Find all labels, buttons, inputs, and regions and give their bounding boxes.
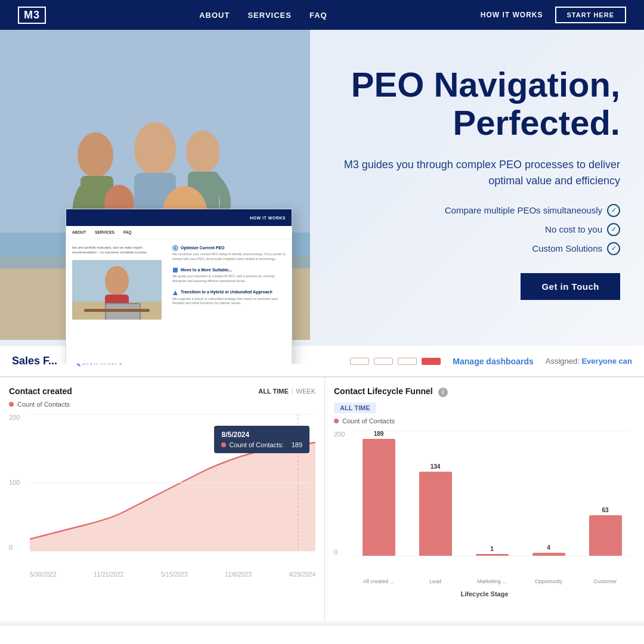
ss-left: lies are carefully evaluated, and we mak… xyxy=(72,245,168,320)
legend-label-right: Count of Contacts xyxy=(342,417,395,425)
tooltip: 8/5/2024 Count of Contacts: 189 xyxy=(214,426,309,453)
svg-point-3 xyxy=(134,122,176,176)
bar-value-1: 189 xyxy=(374,431,384,437)
y-100: 100 xyxy=(9,479,27,486)
time-badge[interactable]: ALL TIME xyxy=(334,402,376,413)
svg-point-15 xyxy=(105,266,129,296)
bar-grid-bottom xyxy=(355,556,629,556)
bar-value-3: 1 xyxy=(490,546,494,552)
bar-2 xyxy=(419,472,452,556)
grid-line-top xyxy=(30,414,315,414)
filter-btn-3[interactable] xyxy=(398,358,417,365)
chart-left-title: Contact created xyxy=(9,386,72,396)
chart-right-header: Contact Lifecycle Funnel i xyxy=(334,386,635,397)
bar-1 xyxy=(363,439,395,556)
ss-navbar: HOW IT WORKS xyxy=(66,209,292,226)
bar-value-2: 134 xyxy=(431,463,441,470)
info-icon: i xyxy=(438,388,448,397)
site-screenshot-overlay: HOW IT WORKS ABOUT SERVICES FAQ lies are… xyxy=(66,209,292,364)
feature-3-text: Custom Solutions xyxy=(532,243,602,253)
filter-btn-2[interactable] xyxy=(374,358,393,365)
hero-content: PEO Navigation, Perfected. M3 guides you… xyxy=(334,66,620,300)
time-week[interactable]: WEEK xyxy=(296,388,315,395)
feature-2: No cost to you ✓ xyxy=(334,223,620,236)
legend-dot-left xyxy=(9,402,14,407)
bar-value-5: 63 xyxy=(602,507,608,513)
time-badge-container: ALL TIME xyxy=(334,402,635,413)
tooltip-value: Count of Contacts: 189 xyxy=(221,441,302,448)
svg-marker-23 xyxy=(173,290,178,295)
chart-left-legend: Count of Contacts xyxy=(9,401,315,408)
ss-sub-services: SERVICES xyxy=(95,230,114,234)
svg-point-21 xyxy=(174,247,177,249)
svg-point-5 xyxy=(78,132,113,178)
logo: M3 xyxy=(18,7,46,24)
chart-left-header: Contact created ALL TIME | WEEK xyxy=(9,386,315,396)
time-all[interactable]: ALL TIME xyxy=(258,388,289,395)
filter-btn-4[interactable] xyxy=(422,358,441,365)
check-icon-3: ✓ xyxy=(607,242,620,255)
x-axis-title: Lifecycle Stage xyxy=(460,590,508,597)
filter-buttons xyxy=(350,358,441,365)
grid-line-bottom xyxy=(30,551,315,552)
assigned-label: Assigned: Everyone can xyxy=(546,357,632,366)
hero-section: PEO Navigation, Perfected. M3 guides you… xyxy=(0,30,644,364)
svg-point-7 xyxy=(186,131,219,174)
bar-y-0: 0 xyxy=(334,549,352,556)
ss-service-3: Transition to a Hybrid or Unbundled Appr… xyxy=(172,290,286,306)
nav-how-it-works[interactable]: HOW IT WORKS xyxy=(481,11,543,19)
nav-faq[interactable]: FAQ xyxy=(309,11,327,20)
bar-group-5: 63 xyxy=(581,431,629,556)
time-separator: | xyxy=(292,388,293,395)
check-icon-1: ✓ xyxy=(607,204,620,217)
tooltip-label: Count of Contacts: xyxy=(229,441,283,448)
ss-image xyxy=(72,260,162,320)
manage-dashboards-link[interactable]: Manage dashboards xyxy=(453,357,533,366)
chart-right-title: Contact Lifecycle Funnel i xyxy=(334,386,448,397)
bar-group-1: 189 xyxy=(355,431,402,556)
navbar: M3 ABOUT SERVICES FAQ HOW IT WORKS START… xyxy=(0,0,644,30)
start-here-button[interactable]: START HERE xyxy=(555,7,626,23)
legend-label-left: Count of Contacts xyxy=(17,401,70,408)
tooltip-number: 189 xyxy=(292,441,302,448)
x-label-3: 5/15/2023 xyxy=(161,571,188,578)
hero-subtitle: M3 guides you through complex PEO proces… xyxy=(334,157,620,189)
ss-left-text: lies are carefully evaluated, and we mak… xyxy=(72,245,168,255)
bar-y-labels: 200 0 xyxy=(334,431,352,556)
ss-service-2: Move to a More Suitable... We guide your… xyxy=(172,267,286,283)
bar-x-label-3: Marketing ... xyxy=(468,578,516,586)
bar-x-label-5: Customer xyxy=(581,578,629,586)
filter-btn-1[interactable] xyxy=(350,358,369,365)
bar-x-label-2: Lead xyxy=(411,578,459,586)
feature-2-text: No cost to you xyxy=(545,224,602,234)
nav-about[interactable]: ABOUT xyxy=(199,11,230,20)
y-200: 200 xyxy=(9,414,27,421)
ss-content: lies are carefully evaluated, and we mak… xyxy=(66,239,292,326)
bar-y-200: 200 xyxy=(334,431,352,438)
nav-links: ABOUT SERVICES FAQ xyxy=(199,11,327,20)
bar-3 xyxy=(476,554,509,555)
hero-title-line2: Perfected. xyxy=(453,103,620,142)
dashboard-section: Sales F... + Quick filters Manage dashbo… xyxy=(0,346,644,626)
bar-group-4: 4 xyxy=(525,431,572,556)
feature-1-text: Compare multiple PEOs simultaneously xyxy=(445,205,602,215)
ss-service-1-desc: We scrutinize your current PEO setup to … xyxy=(172,252,286,261)
chart-right-legend: Count of Contacts xyxy=(334,417,635,425)
x-label-5: 4/29/2024 xyxy=(289,571,316,578)
y-0: 0 xyxy=(9,544,27,551)
chart-lifecycle-funnel: Contact Lifecycle Funnel i ALL TIME Coun… xyxy=(325,377,644,621)
get-in-touch-button[interactable]: Get in Touch xyxy=(521,273,620,300)
logo-text: M3 xyxy=(18,7,46,24)
ss-right: Optimize Current PEO We scrutinize your … xyxy=(172,245,286,320)
bar-group-2: 134 xyxy=(411,431,459,556)
bar-5 xyxy=(589,515,622,555)
x-axis-labels: 5/30/2022 11/21/2022 5/15/2023 11/6/2023… xyxy=(30,571,315,578)
x-label-2: 11/21/2022 xyxy=(94,571,123,578)
line-chart: 200 100 0 xyxy=(9,414,315,581)
time-options-left: ALL TIME | WEEK xyxy=(258,388,315,395)
bar-4 xyxy=(532,553,565,555)
ss-service-3-title: Transition to a Hybrid or Unbundled Appr… xyxy=(181,290,273,294)
nav-services[interactable]: SERVICES xyxy=(247,11,292,20)
screenshot-inner: HOW IT WORKS ABOUT SERVICES FAQ lies are… xyxy=(66,209,292,364)
ss-sub-faq: FAQ xyxy=(123,230,131,234)
